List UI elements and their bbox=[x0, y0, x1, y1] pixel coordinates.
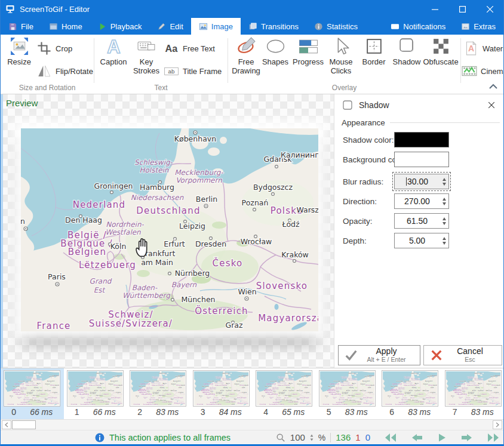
home-icon bbox=[49, 22, 58, 31]
zoom-stepper[interactable] bbox=[310, 434, 314, 441]
tab-image[interactable]: Image bbox=[191, 18, 241, 35]
timeline-frame[interactable]: 783 ms bbox=[442, 368, 504, 419]
ribbon-toolbar: Resize Crop Flip/Rotate Size and Rotatio… bbox=[1, 35, 503, 94]
svg-text:A: A bbox=[468, 44, 474, 53]
progress-bars-icon bbox=[299, 36, 318, 56]
previous-frame-button[interactable] bbox=[411, 433, 424, 442]
spin-down-icon[interactable] bbox=[442, 222, 446, 225]
watermark-button[interactable]: A Watermark bbox=[463, 41, 504, 56]
screentogif-editor-window: ScreenToGif - Editor File Home Playback … bbox=[0, 0, 504, 446]
play-button[interactable] bbox=[438, 433, 446, 442]
spin-down-icon[interactable] bbox=[442, 183, 446, 186]
notifications-button[interactable]: Notifications bbox=[383, 18, 453, 35]
collapse-ribbon-button[interactable] bbox=[489, 81, 497, 91]
panel-close-button[interactable] bbox=[485, 99, 497, 111]
last-frame-button[interactable] bbox=[487, 433, 500, 442]
caption-button[interactable]: A Caption bbox=[97, 36, 130, 67]
free-drawing-button[interactable]: Free Drawing bbox=[229, 36, 263, 76]
timeline-frame[interactable]: 384 ms bbox=[190, 368, 253, 419]
tab-home[interactable]: Home bbox=[41, 18, 90, 35]
extras-button[interactable]: Extras bbox=[453, 18, 503, 35]
percent-sign: % bbox=[318, 433, 325, 442]
svg-text:A: A bbox=[107, 36, 120, 56]
border-button[interactable]: Border bbox=[358, 36, 390, 67]
tab-playback[interactable]: Playback bbox=[90, 18, 150, 35]
zoom-value[interactable]: 100 bbox=[290, 432, 305, 442]
progress-button[interactable]: Progress bbox=[292, 36, 324, 67]
timeline-frame[interactable]: 465 ms bbox=[253, 368, 316, 419]
shadow-panel-icon bbox=[342, 99, 354, 111]
free-text-button[interactable]: Aa Free Text bbox=[164, 41, 215, 56]
frame-index: 0 bbox=[11, 407, 16, 417]
preview-area: Preview bbox=[1, 94, 334, 368]
timeline-frame[interactable]: 683 ms bbox=[379, 368, 442, 419]
close-button[interactable] bbox=[476, 0, 503, 18]
chevron-right-icon bbox=[496, 422, 499, 427]
crop-icon bbox=[36, 41, 52, 56]
opacity-input[interactable]: 61.50 bbox=[394, 213, 449, 229]
blur-radius-input[interactable]: 30.00 bbox=[394, 174, 449, 189]
spin-down-icon[interactable] bbox=[442, 242, 446, 245]
key-strokes-button[interactable]: Key Strokes bbox=[130, 36, 162, 76]
frame-duration: 83 ms bbox=[156, 407, 179, 417]
depth-input[interactable]: 5.00 bbox=[394, 233, 449, 248]
tab-transitions[interactable]: Transitions bbox=[241, 18, 306, 35]
zoom-icon bbox=[276, 433, 285, 442]
obfuscate-button[interactable]: Obfuscate bbox=[423, 36, 458, 67]
timeline-frame[interactable]: 583 ms bbox=[316, 368, 379, 419]
frame-image[interactable] bbox=[21, 128, 318, 331]
first-frame-button[interactable] bbox=[384, 433, 397, 442]
tab-edit[interactable]: Edit bbox=[149, 18, 190, 35]
shadow-button[interactable]: Shadow bbox=[391, 36, 423, 67]
scroll-right-button[interactable] bbox=[493, 420, 502, 429]
crop-button[interactable]: Crop bbox=[36, 41, 72, 56]
tab-file[interactable]: File bbox=[1, 18, 41, 35]
timeline-scrollbar[interactable] bbox=[1, 419, 503, 430]
spin-up-icon[interactable] bbox=[442, 217, 446, 220]
caption-icon: A bbox=[104, 36, 124, 56]
next-frame-button[interactable] bbox=[460, 433, 473, 442]
scrollbar-thumb[interactable] bbox=[12, 420, 36, 429]
tab-statistics[interactable]: Statistics bbox=[306, 18, 365, 35]
background-color-swatch[interactable] bbox=[394, 152, 449, 167]
free-drawing-icon bbox=[236, 36, 256, 56]
info-circle-icon bbox=[314, 22, 323, 31]
cinemagraph-button[interactable]: Cinemagraph bbox=[462, 63, 504, 79]
keyboard-icon bbox=[137, 36, 156, 56]
frame-thumbnail bbox=[382, 370, 438, 407]
resize-button[interactable]: Resize bbox=[4, 36, 35, 67]
timeline-frame[interactable]: 283 ms bbox=[127, 368, 190, 419]
frame-duration: 66 ms bbox=[30, 407, 53, 417]
status-bar: This action applies to all frames 100 % … bbox=[1, 430, 503, 444]
apply-button[interactable]: ApplyAlt + E / Enter bbox=[338, 345, 420, 365]
opacity-label: Opacity: bbox=[343, 217, 373, 226]
minimize-button[interactable] bbox=[421, 0, 448, 18]
ellipse-icon bbox=[266, 36, 285, 56]
chevron-up-icon bbox=[489, 84, 497, 89]
frame-thumbnail bbox=[256, 370, 312, 407]
timeline-frame[interactable]: 066 ms bbox=[1, 368, 64, 419]
spin-up-icon[interactable] bbox=[442, 237, 446, 240]
mouse-clicks-button[interactable]: Mouse Clicks bbox=[325, 36, 357, 76]
spin-up-icon[interactable] bbox=[442, 178, 446, 181]
frame-duration: 84 ms bbox=[219, 407, 242, 417]
check-icon bbox=[345, 349, 358, 362]
play-icon bbox=[98, 22, 107, 31]
cancel-button[interactable]: CancelEsc bbox=[423, 345, 502, 365]
title-frame-button[interactable]: ab Title Frame bbox=[164, 63, 222, 79]
shadow-color-swatch[interactable] bbox=[394, 132, 449, 147]
maximize-button[interactable] bbox=[448, 0, 476, 18]
direction-input[interactable]: 270.00 bbox=[394, 193, 449, 209]
border-icon bbox=[364, 36, 384, 56]
flip-rotate-icon bbox=[36, 63, 52, 79]
frame-duration: 83 ms bbox=[408, 407, 431, 417]
spin-up-icon[interactable] bbox=[442, 198, 446, 201]
spin-down-icon[interactable] bbox=[442, 202, 446, 205]
flip-rotate-button[interactable]: Flip/Rotate bbox=[36, 63, 93, 79]
timeline-frame[interactable]: 166 ms bbox=[64, 368, 127, 419]
shadow-color-label: Shadow color: bbox=[343, 136, 394, 144]
menu-tab-bar: File Home Playback Edit Image Transition… bbox=[1, 18, 503, 35]
shapes-button[interactable]: Shapes bbox=[260, 36, 291, 67]
frame-thumbnail bbox=[193, 370, 250, 407]
scroll-left-button[interactable] bbox=[2, 420, 11, 429]
